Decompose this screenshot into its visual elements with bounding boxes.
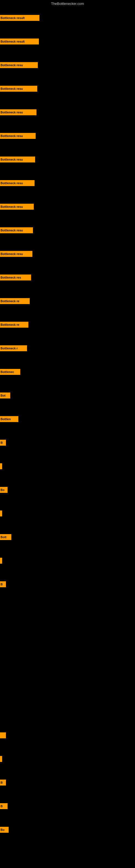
bottleneck-bar: Bottleneck resu [0, 156, 35, 162]
bottleneck-bar: B [0, 803, 8, 809]
bottleneck-bar: B [0, 440, 6, 446]
bottleneck-bar: Bottleneck r [0, 345, 27, 351]
bottleneck-bar: Bo [0, 827, 9, 833]
bottleneck-bar: Bo [0, 487, 8, 493]
bottleneck-bar: Bottleneck resu [0, 109, 37, 115]
bottleneck-bar [0, 756, 2, 762]
bottleneck-bar: Bottlen [0, 416, 18, 422]
bottleneck-bar: Bottleneck resu [0, 227, 33, 233]
bottleneck-bar: Bottleneck resu [0, 133, 36, 139]
bottleneck-bar: Bottleneck resu [0, 62, 38, 68]
bottleneck-bar [0, 463, 2, 469]
bottleneck-bar [0, 733, 6, 738]
bottleneck-bar: Bottleneck result [0, 38, 39, 44]
bottleneck-bar: Bottleneck resu [0, 251, 32, 257]
bottleneck-bar [0, 510, 2, 517]
bottleneck-bar: Bottleneck resu [0, 204, 34, 210]
bottleneck-bar: Bottleneck re [0, 298, 30, 304]
bottleneck-bar: Bot [0, 393, 10, 399]
bottleneck-bar: Bott [0, 534, 11, 540]
bottleneck-bar: Bottleneck res [0, 275, 31, 280]
bottleneck-bar: Bottleneck re [0, 322, 28, 328]
bottleneck-bar: Bottleneck resu [0, 180, 35, 186]
bottleneck-bar: Bottlenec [0, 369, 20, 375]
bottleneck-bar: B [0, 581, 6, 587]
bottleneck-bar: Bottleneck result [0, 15, 39, 21]
site-title: TheBottlenecker.com [0, 1, 135, 7]
bottleneck-bar: B [0, 780, 6, 785]
bottleneck-bar: Bottleneck resu [0, 86, 37, 92]
bottleneck-bar [0, 558, 2, 564]
